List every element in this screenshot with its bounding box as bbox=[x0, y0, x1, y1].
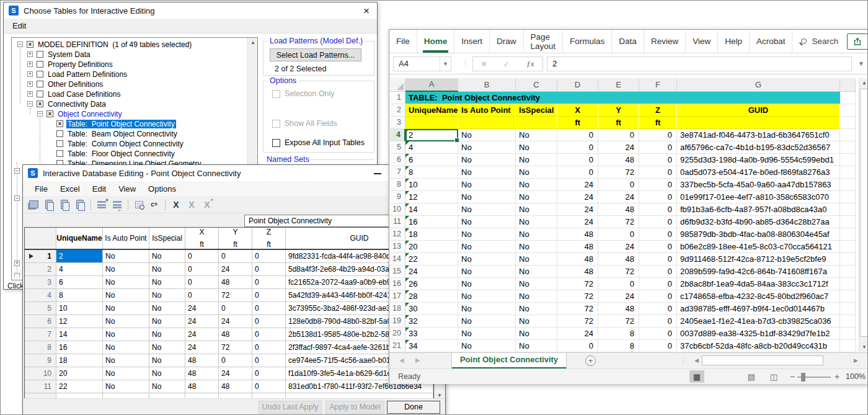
db-cell[interactable]: 8 bbox=[56, 289, 103, 302]
row-header-18[interactable]: 18 bbox=[390, 303, 405, 315]
grid-cell[interactable]: 0 bbox=[557, 166, 598, 179]
paste-add-icon[interactable] bbox=[58, 198, 71, 212]
new-sheet-icon[interactable]: + bbox=[585, 355, 596, 366]
grid-cell[interactable] bbox=[840, 290, 856, 303]
insert-function-icon[interactable]: ƒx bbox=[526, 59, 534, 69]
grid-cell[interactable]: 2089b599-fa9d-42c6-864b-741608ff167a bbox=[677, 266, 840, 278]
delete-x-icon[interactable]: X bbox=[169, 198, 183, 212]
grid-cell[interactable]: 0ad5d073-e504-417e-b0ed-f869fa8276a3 bbox=[677, 166, 840, 179]
grid-cell[interactable]: 2b8ac8bf-1ea9-4da5-84aa-383cc3c1712f bbox=[677, 278, 840, 290]
grid-cell[interactable] bbox=[840, 340, 856, 352]
grid-cell[interactable]: No bbox=[516, 241, 557, 253]
grid-cell[interactable]: 0 bbox=[639, 129, 677, 141]
grid-cell[interactable]: No bbox=[516, 179, 557, 191]
tree-item-label[interactable]: Load Pattern Definitions bbox=[46, 70, 128, 79]
name-box[interactable]: A4 ▼ bbox=[393, 56, 451, 71]
db-cell[interactable]: No bbox=[103, 263, 149, 276]
ribbon-tab-file[interactable]: File bbox=[389, 30, 417, 53]
row-header-20[interactable]: 20 bbox=[390, 328, 405, 340]
grid-cell[interactable] bbox=[840, 191, 856, 203]
db-cell[interactable]: 24 bbox=[185, 341, 219, 354]
db-cell[interactable]: 16 bbox=[56, 341, 103, 354]
grid-cell[interactable]: No bbox=[458, 203, 516, 216]
row-header-19[interactable]: 19 bbox=[390, 315, 405, 328]
field-header-cell[interactable]: UniqueName bbox=[405, 104, 458, 117]
grid-cell[interactable] bbox=[840, 266, 856, 278]
grid-cell[interactable]: 48 bbox=[557, 241, 598, 253]
db-cell[interactable]: 14 bbox=[56, 328, 103, 341]
row-header-21[interactable]: 21 bbox=[390, 340, 405, 352]
sheet-prev-icon[interactable]: ◀ bbox=[399, 357, 404, 364]
db-cell[interactable]: No bbox=[149, 250, 185, 263]
done-button[interactable]: Done bbox=[387, 401, 440, 414]
db-row-header[interactable]: 10 bbox=[25, 367, 56, 380]
grid-cell[interactable]: 0 bbox=[598, 278, 639, 290]
db-cell[interactable]: 18 bbox=[56, 354, 103, 367]
grid-cell[interactable]: fb91b3a6-6cfb-4a87-957f-a08bd8ca43a0 bbox=[677, 203, 840, 216]
tree-expander-icon[interactable]: + bbox=[27, 81, 33, 87]
grid-cell[interactable]: 48 bbox=[557, 266, 598, 278]
grid-cell[interactable]: 0 bbox=[557, 141, 598, 154]
tree-item-label[interactable]: System Data bbox=[46, 50, 92, 59]
grid-cell[interactable]: No bbox=[516, 266, 557, 278]
grid-cell[interactable]: 14 bbox=[405, 203, 458, 216]
grid-cell[interactable]: 33 bbox=[405, 328, 458, 340]
grid-cell[interactable]: 28 bbox=[405, 290, 458, 303]
tree-item-label[interactable]: Property Definitions bbox=[46, 60, 114, 69]
tree-item-label[interactable]: Table: Column Object Connectivity bbox=[66, 140, 185, 148]
tree-expander-icon[interactable]: + bbox=[27, 91, 33, 97]
ribbon-search[interactable]: Search bbox=[792, 30, 847, 53]
db-row-header[interactable]: 7 bbox=[25, 328, 56, 341]
menu-item-file[interactable]: File bbox=[29, 184, 54, 194]
tree-item-label[interactable]: Table: Beam Object Connectivity bbox=[66, 130, 179, 138]
db-cell[interactable]: 12 bbox=[56, 315, 103, 328]
grid-vertical-scrollbar[interactable]: ▲ ▼ bbox=[859, 78, 868, 352]
grid-cell[interactable]: No bbox=[516, 129, 557, 141]
paste-icon[interactable] bbox=[42, 198, 56, 212]
grid-cell[interactable]: 24 bbox=[557, 179, 598, 191]
grid-cell[interactable]: 9d911468-512f-42ca-8712-b19e5cf2bfe9 bbox=[677, 253, 840, 266]
grid-cell[interactable]: 24 bbox=[598, 141, 639, 154]
ribbon-tab-home[interactable]: Home bbox=[417, 30, 455, 53]
select-all-corner[interactable] bbox=[390, 78, 405, 92]
db-cell[interactable]: No bbox=[149, 367, 185, 380]
grid-cell[interactable]: 12 bbox=[405, 191, 458, 203]
grid-cell[interactable] bbox=[840, 203, 856, 216]
grid-cell[interactable]: 0 bbox=[639, 290, 677, 303]
grid-cell[interactable]: 0037d889-ea38-4325-b1df-83429d7fe1b2 bbox=[677, 328, 840, 340]
grid-cell[interactable]: 0 bbox=[639, 191, 677, 203]
db-cell[interactable]: 48 bbox=[185, 367, 219, 380]
db-cell[interactable]: No bbox=[149, 289, 185, 302]
tree-checkbox-icon[interactable] bbox=[56, 140, 63, 147]
grid-cell[interactable]: 2 bbox=[405, 129, 458, 141]
grid-cell[interactable] bbox=[840, 92, 856, 104]
grid-cell[interactable] bbox=[840, 253, 856, 266]
grid-cell[interactable]: 0 bbox=[639, 241, 677, 253]
grid-cell[interactable]: No bbox=[458, 166, 516, 179]
db-cell[interactable]: 10 bbox=[56, 302, 103, 315]
db-cell[interactable]: 0 bbox=[185, 289, 219, 302]
grid-cell[interactable]: 30 bbox=[405, 303, 458, 315]
db-row-header[interactable]: 9 bbox=[25, 354, 56, 367]
grid-cell[interactable]: 72 bbox=[598, 315, 639, 328]
db-cell[interactable]: No bbox=[103, 250, 149, 263]
db-cell[interactable]: No bbox=[103, 367, 149, 380]
grid-cell[interactable]: 0 bbox=[598, 129, 639, 141]
grid-cell[interactable]: 37cb6cbf-52da-48fc-a8cb-b20d49cc431b bbox=[677, 340, 840, 352]
db-column-header[interactable]: Xft bbox=[185, 228, 219, 249]
grid-cell[interactable]: No bbox=[458, 179, 516, 191]
grid-cell[interactable]: No bbox=[516, 253, 557, 266]
column-header-partial[interactable] bbox=[840, 78, 856, 92]
grid-cell[interactable]: 0 bbox=[639, 328, 677, 340]
field-header-cell[interactable]: IsSpecial bbox=[516, 104, 557, 117]
db-cell[interactable]: 48 bbox=[185, 380, 219, 393]
db-cell[interactable]: 24 bbox=[185, 315, 219, 328]
db-editor-titlebar[interactable]: S Interactive Database Editing - Point O… bbox=[23, 165, 445, 181]
row-header-5[interactable]: 5 bbox=[390, 141, 405, 154]
db-column-header[interactable]: Yft bbox=[219, 228, 252, 249]
tree-item[interactable]: ×Table: Point Object Connectivity bbox=[14, 119, 246, 129]
ribbon-tab-data[interactable]: Data bbox=[612, 30, 644, 53]
grid-cell[interactable]: d6fb9d32-b3fd-4b90-ab85-d364c28b27aa bbox=[677, 216, 840, 228]
tree-expander-icon[interactable]: + bbox=[27, 71, 33, 77]
grid-cell[interactable]: No bbox=[516, 141, 557, 154]
